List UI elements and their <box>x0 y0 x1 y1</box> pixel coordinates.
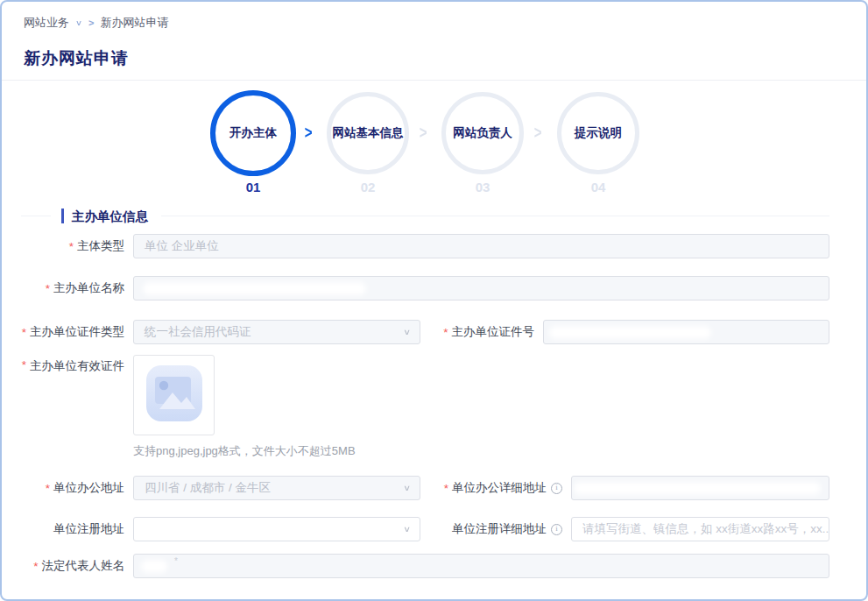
cert-file-upload-box[interactable] <box>133 355 215 435</box>
required-mark: * <box>443 326 448 339</box>
section-title: 主办单位信息 <box>72 209 148 225</box>
required-mark: * <box>46 482 50 495</box>
step-arrow-icon: > <box>534 122 542 143</box>
legal-rep-input[interactable]: * <box>133 554 829 578</box>
cert-type-select[interactable]: 统一社会信用代码证 ∨ <box>133 320 420 344</box>
redacted-value <box>574 482 821 495</box>
reg-addr-select[interactable]: ∨ <box>133 517 420 541</box>
redacted-value <box>141 560 167 573</box>
masked-suffix: * <box>174 555 178 568</box>
subject-type-label: * 主体类型 <box>24 238 124 254</box>
step-4-label: 提示说明 <box>575 125 622 141</box>
cert-no-label: * 主办单位证件号 <box>440 324 534 340</box>
step-3-circle: 网站负责人 <box>441 92 524 174</box>
cert-type-label: * 主办单位证件类型 <box>24 324 124 340</box>
page-title: 新办网站申请 <box>24 47 129 70</box>
legal-rep-label: * 法定代表人姓名 <box>24 558 124 574</box>
subject-type-input[interactable]: 单位 企业单位 <box>133 234 829 258</box>
chevron-down-icon: ∨ <box>403 323 411 341</box>
step-4-number: 04 <box>555 180 641 194</box>
section-line-left <box>21 216 51 216</box>
office-addr-detail-label: * 单位办公详细地址 <box>440 480 562 496</box>
reg-addr-detail-input[interactable]: 请填写街道、镇信息，如 xx街道xx路xx号，xx... <box>571 517 829 541</box>
step-3-number: 03 <box>440 180 526 194</box>
reg-addr-detail-placeholder: 请填写街道、镇信息，如 xx街道xx路xx号，xx... <box>582 522 829 535</box>
info-icon[interactable] <box>551 483 562 494</box>
breadcrumb-item-current: 新办网站申请 <box>101 15 169 31</box>
redacted-value <box>143 282 366 295</box>
office-addr-select[interactable]: 四川省 / 成都市 / 金牛区 ∨ <box>133 476 420 500</box>
step-arrow-icon: > <box>305 122 313 143</box>
reg-addr-label: 单位注册地址 <box>24 521 124 537</box>
image-placeholder-icon <box>143 362 206 428</box>
step-2-circle: 网站基本信息 <box>327 92 409 174</box>
org-name-input[interactable] <box>133 276 829 300</box>
step-1-circle: 开办主体 <box>210 90 296 176</box>
step-2-number: 02 <box>325 180 411 194</box>
step-arrow-icon: > <box>420 122 427 143</box>
title-divider <box>2 80 866 81</box>
office-addr-value: 四川省 / 成都市 / 金牛区 <box>145 481 271 494</box>
info-icon[interactable] <box>551 524 562 535</box>
required-mark: * <box>69 240 74 253</box>
step-1-label: 开办主体 <box>229 125 277 141</box>
breadcrumb: 网站业务 ∨ > 新办网站申请 <box>24 15 169 31</box>
subject-type-value: 单位 企业单位 <box>145 239 219 252</box>
redacted-value <box>549 326 711 339</box>
breadcrumb-separator: > <box>88 18 94 28</box>
chevron-down-icon: ∨ <box>403 520 411 538</box>
section-line-right <box>161 216 829 216</box>
breadcrumb-item-site-business[interactable]: 网站业务 <box>24 15 69 31</box>
step-4-circle: 提示说明 <box>557 92 639 174</box>
new-website-application-page: 网站业务 ∨ > 新办网站申请 新办网站申请 开办主体 > 网站基本信息 > 网… <box>0 0 868 601</box>
required-mark: * <box>22 326 26 339</box>
required-mark: * <box>46 282 50 295</box>
cert-type-value: 统一社会信用代码证 <box>145 325 251 338</box>
chevron-down-icon[interactable]: ∨ <box>75 18 82 27</box>
step-2-label: 网站基本信息 <box>333 125 404 141</box>
chevron-down-icon: ∨ <box>403 479 411 497</box>
step-3-label: 网站负责人 <box>453 125 512 141</box>
office-addr-label: * 单位办公地址 <box>24 480 124 496</box>
cert-no-input[interactable] <box>543 320 829 344</box>
org-name-label: * 主办单位名称 <box>24 280 124 296</box>
cert-file-label: * 主办单位有效证件 <box>24 358 124 374</box>
reg-addr-detail-label: 单位注册详细地址 <box>440 521 562 537</box>
required-mark: * <box>444 482 448 495</box>
required-mark: * <box>33 560 38 573</box>
upload-hint: 支持png,jpeg,jpg格式，文件大小不超过5MB <box>133 443 356 459</box>
section-accent-bar <box>61 209 64 223</box>
required-mark: * <box>22 358 26 374</box>
step-1-number: 01 <box>210 180 296 194</box>
office-addr-detail-input[interactable] <box>571 476 829 500</box>
